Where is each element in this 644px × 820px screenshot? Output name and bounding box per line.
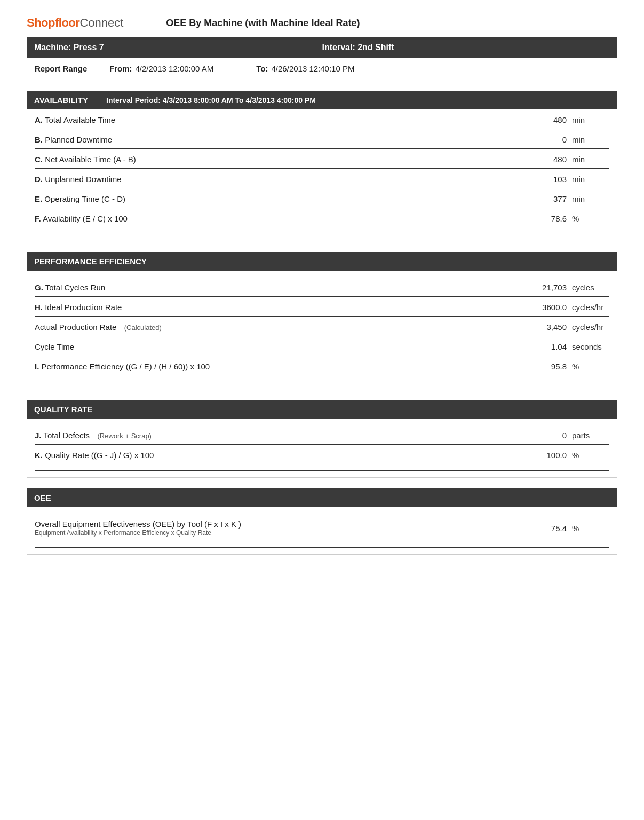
row-g-label: G. Total Cycles Run (35, 283, 529, 292)
quality-section: QUALITY RATE J. Total Defects (Rework + … (27, 400, 617, 478)
logo-shopfloor: Shopfloor (27, 16, 79, 29)
table-row: I. Performance Efficiency ((G / E) / (H … (27, 356, 617, 377)
oee-content: Overall Equipment Effectiveness (OEE) by… (27, 507, 617, 555)
row-j-value: 0 (529, 431, 572, 440)
row-d-unit: min (572, 175, 609, 184)
row-c-unit: min (572, 155, 609, 164)
table-row: B. Planned Downtime 0 min (27, 129, 617, 144)
row-f-label: F. Availability (E / C) x 100 (35, 214, 529, 223)
availability-title: AVAILABILITY (34, 96, 88, 105)
table-row: J. Total Defects (Rework + Scrap) 0 part… (27, 425, 617, 440)
row-h-unit: cycles/hr (572, 303, 609, 312)
quality-content: J. Total Defects (Rework + Scrap) 0 part… (27, 419, 617, 478)
availability-section: AVAILABILITY Interval Period: 4/3/2013 8… (27, 91, 617, 241)
table-row: E. Operating Time (C - D) 377 min (27, 188, 617, 203)
row-f-value: 78.6 (529, 214, 572, 223)
row-f-unit: % (572, 214, 609, 223)
cycle-time-value: 1.04 (529, 342, 572, 351)
row-c-value: 480 (529, 155, 572, 164)
oee-header: OEE (27, 488, 617, 507)
table-row: Cycle Time 1.04 seconds (27, 336, 617, 351)
row-d-value: 103 (529, 175, 572, 184)
row-e-label: E. Operating Time (C - D) (35, 194, 529, 203)
performance-header: PERFORMANCE EFFICIENCY (27, 252, 617, 271)
cycle-time-label: Cycle Time (35, 342, 529, 351)
row-a-label: A. Total Available Time (35, 115, 529, 124)
oee-label: Overall Equipment Effectiveness (OEE) by… (35, 519, 529, 537)
row-g-value: 21,703 (529, 283, 572, 292)
cycle-time-unit: seconds (572, 342, 609, 351)
oee-value: 75.4 (529, 524, 572, 533)
row-e-value: 377 (529, 194, 572, 203)
oee-section: OEE Overall Equipment Effectiveness (OEE… (27, 488, 617, 555)
logo-connect: Connect (79, 16, 123, 29)
row-h-label: H. Ideal Production Rate (35, 303, 529, 312)
table-row: A. Total Available Time 480 min (27, 109, 617, 124)
range-to-value: 4/26/2013 12:40:10 PM (272, 64, 355, 73)
oee-sub-label: Equipment Availability x Performance Eff… (35, 529, 529, 537)
range-from-value: 4/2/2013 12:00:00 AM (136, 64, 214, 73)
machine-interval-bar: Machine: Press 7 Interval: 2nd Shift (27, 37, 617, 58)
range-to-label: To: (256, 64, 268, 73)
quality-header: QUALITY RATE (27, 400, 617, 419)
availability-content: A. Total Available Time 480 min B. Plann… (27, 109, 617, 241)
table-row: C. Net Available Time (A - B) 480 min (27, 149, 617, 164)
row-k-unit: % (572, 451, 609, 460)
report-range-row: Report Range From: 4/2/2013 12:00:00 AM … (27, 58, 617, 80)
range-from-label: From: (109, 64, 132, 73)
oee-unit: % (572, 524, 609, 533)
oee-label-block: Overall Equipment Effectiveness (OEE) by… (35, 519, 529, 537)
row-c-label: C. Net Available Time (A - B) (35, 155, 529, 164)
table-row: G. Total Cycles Run 21,703 cycles (27, 277, 617, 292)
row-g-unit: cycles (572, 283, 609, 292)
machine-label: Machine: Press 7 (34, 43, 322, 52)
actual-prod-value: 3,450 (529, 322, 572, 332)
row-a-unit: min (572, 115, 609, 124)
logo: ShopfloorConnect (27, 16, 123, 30)
page-header: ShopfloorConnect OEE By Machine (with Ma… (27, 16, 617, 30)
row-d-label: D. Unplanned Downtime (35, 175, 529, 184)
row-k-label: K. Quality Rate ((G - J) / G) x 100 (35, 451, 529, 460)
performance-section: PERFORMANCE EFFICIENCY G. Total Cycles R… (27, 252, 617, 389)
row-b-value: 0 (529, 135, 572, 144)
quality-title: QUALITY RATE (34, 405, 92, 414)
row-i-label: I. Performance Efficiency ((G / E) / (H … (35, 362, 529, 371)
availability-interval: Interval Period: 4/3/2013 8:00:00 AM To … (106, 96, 316, 105)
row-i-value: 95.8 (529, 362, 572, 371)
row-b-label: B. Planned Downtime (35, 135, 529, 144)
report-title: OEE By Machine (with Machine Ideal Rate) (166, 18, 360, 29)
table-row: H. Ideal Production Rate 3600.0 cycles/h… (27, 297, 617, 312)
row-j-unit: parts (572, 431, 609, 440)
row-a-value: 480 (529, 115, 572, 124)
performance-content: G. Total Cycles Run 21,703 cycles H. Ide… (27, 271, 617, 389)
table-row: Overall Equipment Effectiveness (OEE) by… (27, 514, 617, 543)
row-k-value: 100.0 (529, 451, 572, 460)
actual-prod-unit: cycles/hr (572, 322, 609, 332)
table-row: K. Quality Rate ((G - J) / G) x 100 100.… (27, 445, 617, 466)
performance-title: PERFORMANCE EFFICIENCY (34, 257, 147, 266)
table-row: F. Availability (E / C) x 100 78.6 % (27, 208, 617, 230)
table-row: Actual Production Rate (Calculated) 3,45… (27, 317, 617, 332)
actual-prod-label: Actual Production Rate (Calculated) (35, 322, 529, 332)
table-row: D. Unplanned Downtime 103 min (27, 169, 617, 184)
interval-label: Interval: 2nd Shift (322, 43, 610, 52)
availability-header: AVAILABILITY Interval Period: 4/3/2013 8… (27, 91, 617, 109)
row-e-unit: min (572, 194, 609, 203)
row-j-label: J. Total Defects (Rework + Scrap) (35, 431, 529, 440)
report-range-title: Report Range (35, 64, 99, 73)
row-b-unit: min (572, 135, 609, 144)
row-i-unit: % (572, 362, 609, 371)
oee-main-label: Overall Equipment Effectiveness (OEE) by… (35, 519, 529, 529)
row-h-value: 3600.0 (529, 303, 572, 312)
oee-title: OEE (34, 493, 51, 502)
